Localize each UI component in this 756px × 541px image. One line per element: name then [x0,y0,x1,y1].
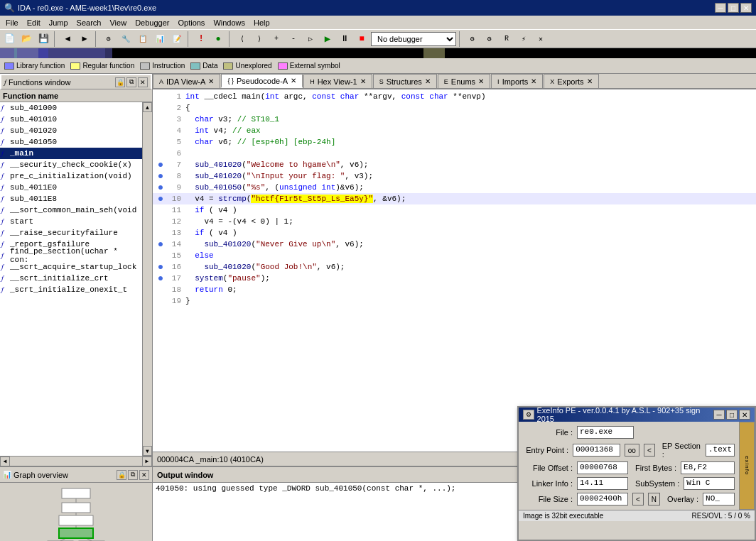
menu-edit[interactable]: Edit [23,17,45,28]
tb-btn-14[interactable]: ▷ [303,31,318,47]
func-item-6[interactable]: 𝑓 pre_c_initialization(void) [0,170,142,182]
functions-float-btn[interactable]: ⧉ [126,77,136,87]
functions-lock-btn[interactable]: 🔒 [115,77,125,87]
func-item-0[interactable]: 𝑓 sub_401000 [0,102,142,114]
func-item-1[interactable]: 𝑓 sub_401010 [0,114,142,125]
func-item-14[interactable]: 𝑓 __scrt_acquire_startup_lock [0,261,142,273]
tb-btn-13[interactable]: - [286,31,301,47]
stop-button[interactable]: ■ [354,31,369,47]
tb-btn-9[interactable]: ● [210,31,226,47]
legend-instruction-color [140,62,150,70]
func-item-8[interactable]: 𝑓 sub_4011E8 [0,193,142,204]
new-button[interactable]: 📄 [1,31,17,47]
save-button[interactable]: 💾 [36,31,51,47]
tab-ida-view-a[interactable]: A IDA View-A ✕ [153,74,220,88]
func-item-5[interactable]: 𝑓 __security_check_cookie(x) [0,159,142,170]
exeinfo-ep-lt-btn[interactable]: < [644,444,655,457]
tab-imports[interactable]: I Imports ✕ [491,74,543,88]
tab-structures-close[interactable]: ✕ [425,77,431,85]
tab-enums-close[interactable]: ✕ [478,77,484,85]
graph-close-btn[interactable]: ✕ [139,470,149,480]
func-icon-13: 𝑓 [1,252,9,260]
open-button[interactable]: 📂 [18,31,34,47]
func-item-10[interactable]: 𝑓 start [0,216,142,227]
forward-button[interactable]: ▶ [77,31,92,47]
scrollbar-down-btn[interactable]: ▼ [143,446,152,456]
scrollbar-up-btn[interactable]: ▲ [143,102,152,112]
menu-file[interactable]: File [1,17,23,28]
func-item-13[interactable]: 𝑓 find_pe_section(uchar * con: [0,250,142,261]
graph-lock-btn[interactable]: 🔒 [117,470,126,480]
tb-btn-4[interactable]: 🔧 [118,31,134,47]
functions-close-btn[interactable]: ✕ [138,77,148,87]
exeinfo-filesize-lt-btn[interactable]: < [632,493,644,506]
exeinfo-filesize-n-btn[interactable]: N [648,493,660,506]
menu-view[interactable]: View [105,17,131,28]
pause-button[interactable]: ⏸ [337,31,352,47]
exeinfo-close-btn[interactable]: ✕ [739,410,750,420]
func-item-15[interactable]: 𝑓 __scrt_initialize_crt [0,273,142,284]
func-item-3[interactable]: 𝑓 sub_401050 [0,136,142,148]
code-view[interactable]: 1 int __cdecl main(int argc, const char … [153,89,756,452]
run-button[interactable]: ▶ [320,31,335,47]
tab-structures[interactable]: S Structures ✕ [373,74,437,88]
func-name-3: sub_401050 [10,138,57,146]
graph-float-btn[interactable]: ⧉ [128,470,138,480]
func-item-main[interactable]: 𝑓 _main [0,148,142,159]
minimize-button[interactable]: ─ [715,3,726,13]
tab-exports-close[interactable]: ✕ [587,77,593,85]
tab-hex-view-1[interactable]: H Hex View-1 ✕ [303,74,372,88]
legend-external: External symbol [278,62,340,70]
func-icon-2: 𝑓 [1,127,9,135]
tb-btn-10[interactable]: ⟨ [234,31,250,47]
tab-exports[interactable]: X Exports ✕ [544,74,598,88]
tb-btn-11[interactable]: ⟩ [252,31,267,47]
tab-imports-close[interactable]: ✕ [531,77,536,85]
func-item-7[interactable]: 𝑓 sub_4011E0 [0,182,142,193]
tab-enums[interactable]: E Enums ✕ [438,74,490,88]
tab-imports-icon: I [497,78,500,85]
menu-jump[interactable]: Jump [45,17,72,28]
tb-btn-6[interactable]: 📊 [152,31,168,47]
menu-search[interactable]: Search [72,17,106,28]
tb-btn-15[interactable]: ⚙ [465,31,480,47]
func-item-9[interactable]: 𝑓 __sort_common_main_seh(void [0,204,142,216]
menu-windows[interactable]: Windows [209,17,249,28]
tb-btn-5[interactable]: 📋 [135,31,151,47]
tb-btn-18[interactable]: ⚡ [516,31,531,47]
functions-column-header: Function name [0,89,152,102]
tb-btn-12[interactable]: + [269,31,284,47]
line-num-7: 7 [166,159,185,170]
back-button[interactable]: ◀ [60,31,75,47]
maximize-button[interactable]: □ [728,3,739,13]
tb-btn-17[interactable]: R [499,31,514,47]
menu-debugger[interactable]: Debugger [131,17,173,28]
tb-btn-7[interactable]: 📝 [169,31,185,47]
tab-pseudocode-a[interactable]: { } Pseudocode-A ✕ [221,74,303,88]
tab-ida-view-a-close[interactable]: ✕ [208,77,214,85]
hscrollbar-left-btn[interactable]: ◀ [0,457,10,466]
tab-hex-view-1-close[interactable]: ✕ [360,77,366,85]
exeinfo-ep-oo-btn[interactable]: oo [625,444,639,457]
hscrollbar-right-btn[interactable]: ▶ [142,457,152,466]
func-item-2[interactable]: 𝑓 sub_401020 [0,125,142,136]
scrollbar-track[interactable] [143,112,152,446]
tb-btn-3[interactable]: ⚙ [101,31,117,47]
tb-btn-16[interactable]: ⚙ [482,31,497,47]
menu-help[interactable]: Help [249,17,274,28]
functions-scrollbar[interactable]: ▲ ▼ [142,102,152,456]
exeinfo-max-btn[interactable]: □ [726,410,738,420]
tb-btn-8[interactable]: ! [193,31,209,47]
functions-list[interactable]: 𝑓 sub_401000 𝑓 sub_401010 𝑓 sub_401020 𝑓… [0,102,142,456]
debugger-select[interactable]: No debugger [371,32,456,46]
tab-pseudocode-a-close[interactable]: ✕ [291,77,296,84]
func-item-11[interactable]: 𝑓 __raise_securityfailure [0,227,142,239]
functions-list-container: 𝑓 sub_401000 𝑓 sub_401010 𝑓 sub_401020 𝑓… [0,102,152,456]
func-item-16[interactable]: 𝑓 _scrt_initialize_onexit_t [0,284,142,295]
close-button[interactable]: ✕ [740,3,752,13]
functions-hscrollbar[interactable]: ◀ ▶ [0,456,152,466]
exeinfo-min-btn[interactable]: ─ [713,410,725,420]
functions-header-left: 𝑓 Functions window [4,78,70,87]
tb-btn-19[interactable]: ✕ [533,31,549,47]
menu-options[interactable]: Options [173,17,209,28]
